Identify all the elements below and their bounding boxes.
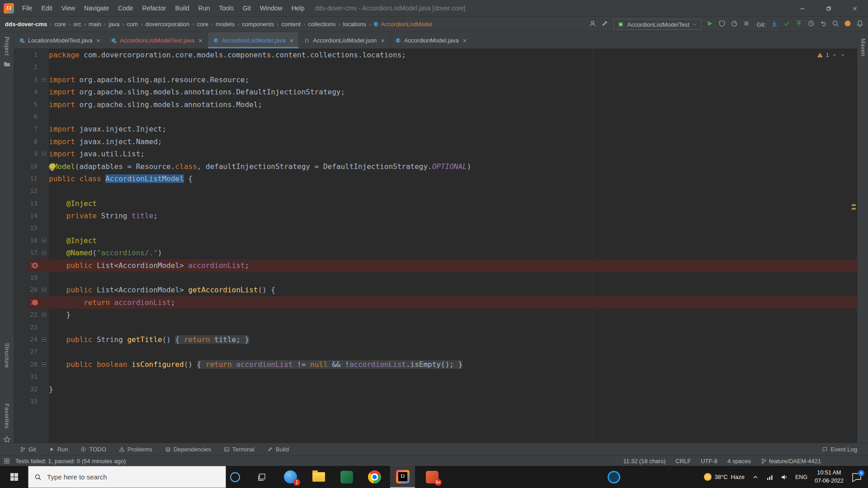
line-number[interactable]: 3 <box>14 74 38 86</box>
line-number[interactable]: 13 <box>14 197 38 210</box>
line-number[interactable]: 24 <box>14 333 38 346</box>
tab-close-icon[interactable]: × <box>290 37 294 44</box>
line-number[interactable]: 23 <box>14 321 38 333</box>
chevron-down-icon[interactable] <box>840 52 845 58</box>
git-branch-widget[interactable]: feature/DAEM-4421 <box>761 458 821 465</box>
run-configuration-select[interactable]: AccordionListModelTest <box>613 19 701 30</box>
taskbar-app-browser-app[interactable]: 1 <box>278 466 303 488</box>
breadcrumb-item[interactable]: main <box>88 21 102 28</box>
play-button[interactable] <box>706 20 713 29</box>
tab-AccordionListModel.json[interactable]: {}AccordionListModel.json× <box>299 32 390 48</box>
breadcrumb-item[interactable]: collections <box>308 21 336 28</box>
line-number[interactable]: 19 <box>14 272 38 284</box>
tool-button-maven[interactable]: Maven <box>860 38 866 56</box>
tool-window-button-terminal[interactable]: Terminal <box>224 446 255 453</box>
line-number[interactable]: 22 <box>14 309 38 321</box>
tool-window-switcher-icon[interactable] <box>4 458 10 464</box>
line-number[interactable]: 2 <box>14 61 38 73</box>
taskbar-app-green-app[interactable] <box>334 466 359 488</box>
navbar-user-button[interactable] <box>589 20 596 29</box>
tool-button-structure[interactable]: Structure <box>4 343 10 368</box>
event-log-button[interactable]: Event Log <box>822 446 857 453</box>
fold-marker-icon[interactable] <box>42 251 46 255</box>
status-item[interactable]: 4 spaces <box>727 458 751 465</box>
fold-marker-icon[interactable] <box>42 239 46 243</box>
menu-edit[interactable]: Edit <box>37 0 57 17</box>
status-item[interactable]: UTF-8 <box>701 458 717 465</box>
breadcrumb-item[interactable]: dds-dover-cms <box>5 21 47 28</box>
editor[interactable]: 1package com.dovercorporation.core.model… <box>14 49 857 443</box>
menu-code[interactable]: Code <box>113 0 137 17</box>
line-number[interactable]: 15 <box>14 222 38 234</box>
tray-expand-icon[interactable] <box>752 474 759 481</box>
taskbar-app-intellij[interactable]: IJ <box>390 466 415 488</box>
menu-refactor[interactable]: Refactor <box>138 0 171 17</box>
menu-navigate[interactable]: Navigate <box>80 0 113 17</box>
coverage-button[interactable] <box>718 20 726 29</box>
taskbar-app-blue-ring-app[interactable] <box>601 466 626 488</box>
tab-close-icon[interactable]: × <box>96 37 100 44</box>
vcs-commit-button[interactable] <box>783 20 790 29</box>
fold-marker-icon[interactable] <box>42 78 46 82</box>
menu-run[interactable]: Run <box>194 0 215 17</box>
tab-close-icon[interactable]: × <box>198 37 203 44</box>
menu-build[interactable]: Build <box>170 0 193 17</box>
breadcrumb-current-class[interactable]: AccordionListModel <box>381 21 432 28</box>
breadcrumb-item[interactable]: java <box>108 21 120 28</box>
line-number[interactable]: 8 <box>14 136 38 148</box>
tab-LocationsModelTest.java[interactable]: CLocationsModelTest.java× <box>14 32 106 48</box>
tool-window-button-problems[interactable]: Problems <box>119 446 152 453</box>
line-number[interactable]: 5 <box>14 99 38 111</box>
star-icon[interactable] <box>3 436 11 443</box>
status-message[interactable]: Tests failed: 1, passed: 0 (54 minutes a… <box>15 458 126 465</box>
tool-window-button-dependencies[interactable]: Dependencies <box>165 446 211 453</box>
fold-marker-icon[interactable] <box>42 362 46 366</box>
breadcrumb-item[interactable]: dovercorporation <box>145 21 190 28</box>
menu-window[interactable]: Window <box>255 0 287 17</box>
line-number[interactable]: 28 <box>14 358 38 371</box>
breadcrumb-item[interactable]: com <box>127 21 139 28</box>
breadcrumb-item[interactable]: core <box>196 21 208 28</box>
tab-AccordionListModel.java[interactable]: CAccordionListModel.java× <box>208 32 299 48</box>
clock-widget[interactable]: 10:51 AM 07-06-2022 <box>815 469 844 485</box>
tool-window-button-todo[interactable]: TODO <box>80 446 106 453</box>
tool-window-button-run[interactable]: Run <box>49 446 68 453</box>
menu-view[interactable]: View <box>57 0 80 17</box>
line-number[interactable]: 9 <box>14 148 38 160</box>
line-number[interactable]: 32 <box>14 383 38 395</box>
folder-icon[interactable] <box>3 60 11 68</box>
breadcrumb-item[interactable]: components <box>241 21 274 28</box>
minimize-button[interactable] <box>789 0 816 17</box>
network-icon[interactable] <box>766 474 774 481</box>
breadcrumb-item[interactable]: models <box>215 21 235 28</box>
breadcrumb-item[interactable]: core <box>54 21 66 28</box>
taskbar-search[interactable]: Type here to search <box>28 466 226 488</box>
vcs-push-button[interactable] <box>795 20 802 29</box>
taskbar-app-chrome[interactable] <box>362 466 387 488</box>
search-button[interactable] <box>832 20 839 29</box>
line-number[interactable]: 17 <box>14 247 38 259</box>
line-number[interactable]: 33 <box>14 395 38 408</box>
tab-AccordionListModelTest.java[interactable]: CAccordionListModelTest.java× <box>106 32 208 48</box>
line-number[interactable]: 20 <box>14 284 38 296</box>
breakpoint-icon[interactable] <box>32 300 38 305</box>
fold-end-marker-icon[interactable] <box>42 313 46 317</box>
line-number[interactable]: 11 <box>14 173 38 185</box>
line-number[interactable]: 27 <box>14 346 38 358</box>
breadcrumb-item[interactable]: content <box>281 21 302 28</box>
language-indicator[interactable]: ENG <box>795 474 807 480</box>
navbar-hammer-button[interactable] <box>601 20 609 29</box>
bell-button[interactable] <box>856 20 863 29</box>
menu-help[interactable]: Help <box>287 0 309 17</box>
fold-marker-icon[interactable] <box>42 152 46 156</box>
stop-button[interactable] <box>743 20 750 29</box>
taskbar-app-orange-app[interactable]: 9+ <box>420 466 444 488</box>
taskbar-app-file-explorer[interactable] <box>306 466 331 488</box>
weather-widget[interactable]: 38°C Haze <box>704 473 745 481</box>
fold-marker-icon[interactable] <box>42 288 46 292</box>
line-number[interactable]: 1 <box>14 49 38 61</box>
tab-AccordionModel.java[interactable]: CAccordionModel.java× <box>390 32 472 48</box>
close-button[interactable] <box>842 0 868 17</box>
tab-close-icon[interactable]: × <box>381 37 385 44</box>
line-number[interactable]: 6 <box>14 111 38 123</box>
